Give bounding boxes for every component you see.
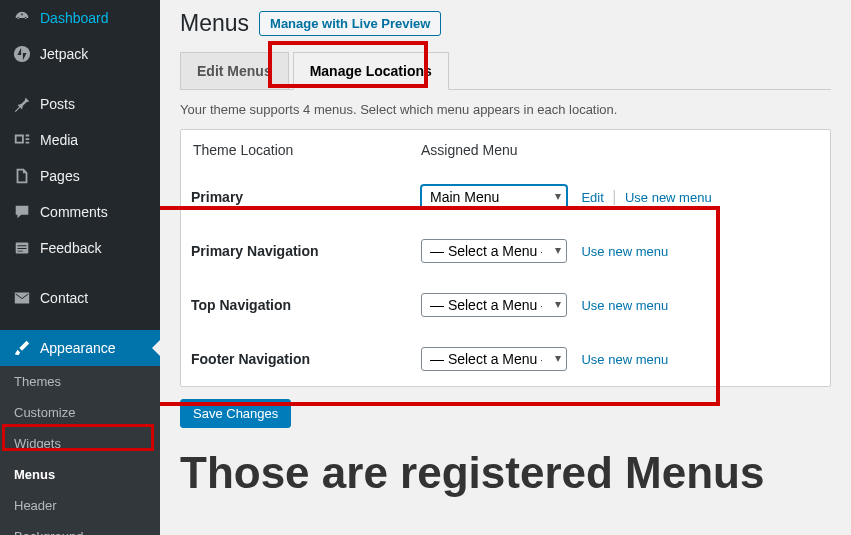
col-assigned-menu: Assigned Menu [421,142,820,158]
media-icon [12,130,32,150]
menu-select-primary-nav[interactable]: — Select a Menu — [421,239,567,263]
sidebar-item-contact[interactable]: Contact [0,280,160,316]
sidebar-label: Dashboard [40,10,109,26]
feedback-icon [12,238,32,258]
page-title: Menus [180,10,249,37]
sidebar-item-posts[interactable]: Posts [0,86,160,122]
jetpack-icon [12,44,32,64]
sidebar-item-appearance[interactable]: Appearance [0,330,160,366]
locations-table: Theme Location Assigned Menu Primary Mai… [180,129,831,387]
sidebar-item-jetpack[interactable]: Jetpack [0,36,160,72]
submenu-header[interactable]: Header [0,490,160,521]
tab-manage-locations[interactable]: Manage Locations [293,52,449,90]
submenu-menus[interactable]: Menus [0,459,160,490]
sidebar-label: Feedback [40,240,101,256]
save-changes-button[interactable]: Save Changes [180,399,291,428]
appearance-submenu: Themes Customize Widgets Menus Header Ba… [0,366,160,535]
main-content: Menus Manage with Live Preview Edit Menu… [160,0,851,535]
location-row-primary: Primary Main Menu Edit | Use new menu [181,170,830,224]
live-preview-button[interactable]: Manage with Live Preview [259,11,441,36]
tab-edit-menus[interactable]: Edit Menus [180,52,289,89]
location-name: Top Navigation [191,297,421,313]
submenu-widgets[interactable]: Widgets [0,428,160,459]
menu-select-primary[interactable]: Main Menu [421,185,567,209]
dashboard-icon [12,8,32,28]
sidebar-item-media[interactable]: Media [0,122,160,158]
sidebar-item-comments[interactable]: Comments [0,194,160,230]
location-row-primary-nav: Primary Navigation — Select a Menu — Use… [181,224,830,278]
sidebar-label: Jetpack [40,46,88,62]
sidebar-label: Contact [40,290,88,306]
brush-icon [12,338,32,358]
sidebar-label: Pages [40,168,80,184]
mail-icon [12,288,32,308]
location-row-top-nav: Top Navigation — Select a Menu — Use new… [181,278,830,332]
use-new-menu-link[interactable]: Use new menu [625,190,712,205]
sidebar-item-pages[interactable]: Pages [0,158,160,194]
annotation-caption: Those are registered Menus [180,448,831,498]
col-theme-location: Theme Location [191,142,421,158]
description-text: Your theme supports 4 menus. Select whic… [180,102,831,117]
submenu-themes[interactable]: Themes [0,366,160,397]
svg-point-0 [14,46,30,62]
admin-sidebar: Dashboard Jetpack Posts Media Pages Comm… [0,0,160,535]
sidebar-label: Appearance [40,340,116,356]
location-name: Primary Navigation [191,243,421,259]
sidebar-label: Media [40,132,78,148]
sidebar-item-feedback[interactable]: Feedback [0,230,160,266]
submenu-background[interactable]: Background [0,521,160,535]
sidebar-item-dashboard[interactable]: Dashboard [0,0,160,36]
menu-select-footer-nav[interactable]: — Select a Menu — [421,347,567,371]
sidebar-label: Comments [40,204,108,220]
use-new-menu-link[interactable]: Use new menu [581,298,668,313]
edit-link[interactable]: Edit [581,190,603,205]
menu-select-top-nav[interactable]: — Select a Menu — [421,293,567,317]
location-name: Primary [191,189,421,205]
page-icon [12,166,32,186]
use-new-menu-link[interactable]: Use new menu [581,244,668,259]
location-row-footer-nav: Footer Navigation — Select a Menu — Use … [181,332,830,386]
submenu-customize[interactable]: Customize [0,397,160,428]
location-name: Footer Navigation [191,351,421,367]
pin-icon [12,94,32,114]
sidebar-label: Posts [40,96,75,112]
use-new-menu-link[interactable]: Use new menu [581,352,668,367]
tabs: Edit Menus Manage Locations [180,52,831,90]
comment-icon [12,202,32,222]
